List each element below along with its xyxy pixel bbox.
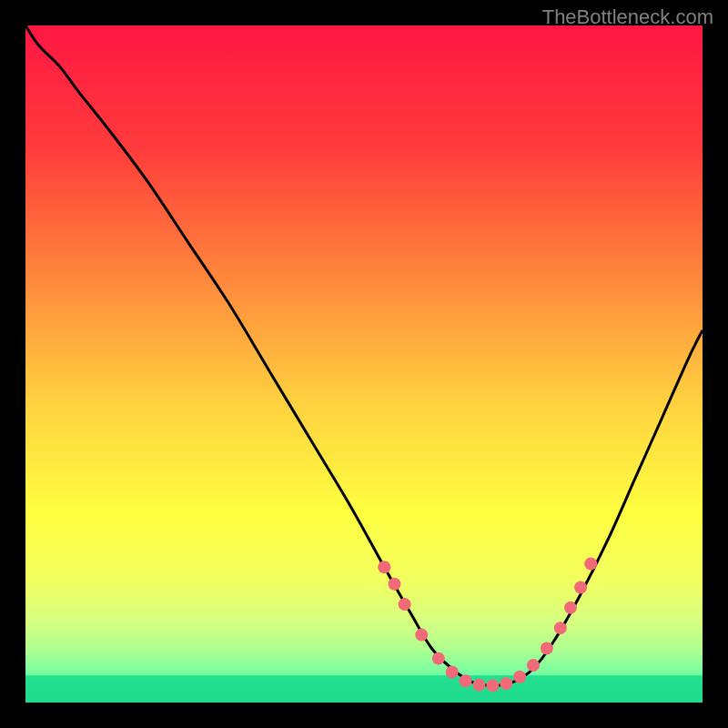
marker-dot <box>399 598 411 611</box>
marker-dot <box>415 629 428 642</box>
marker-dot <box>460 674 472 687</box>
bottleneck-chart <box>25 25 703 703</box>
marker-dot <box>500 677 512 690</box>
marker-dot <box>554 622 567 634</box>
bottom-band <box>25 675 703 703</box>
gradient-background <box>25 25 703 703</box>
chart-frame: TheBottleneck.com <box>0 0 728 728</box>
marker-dot <box>513 671 526 683</box>
marker-dot <box>574 581 587 594</box>
marker-dot <box>446 666 459 679</box>
marker-dot <box>564 602 577 614</box>
marker-dot <box>584 557 597 570</box>
marker-dot <box>541 642 553 654</box>
marker-dot <box>486 679 499 692</box>
marker-dot <box>378 561 390 573</box>
marker-dot <box>432 652 445 665</box>
marker-dot <box>388 578 400 591</box>
watermark-text: TheBottleneck.com <box>542 5 713 29</box>
marker-dot <box>472 679 485 692</box>
marker-dot <box>527 659 540 672</box>
